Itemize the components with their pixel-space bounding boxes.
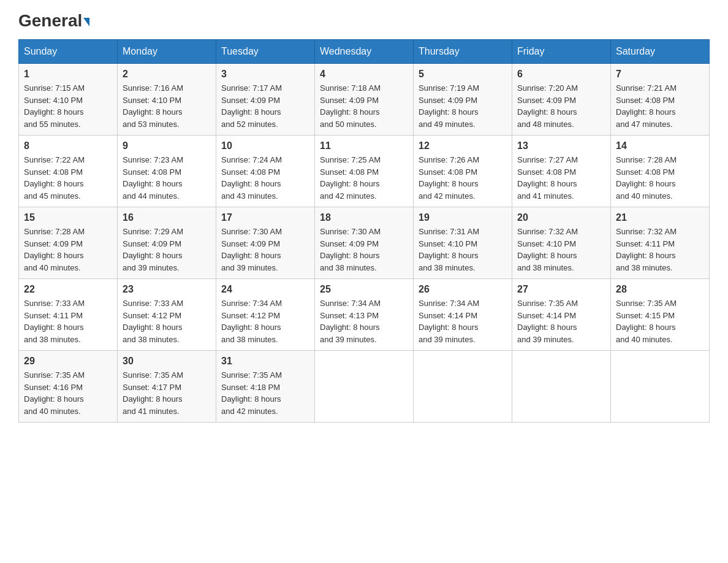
calendar-cell: 3 Sunrise: 7:17 AMSunset: 4:09 PMDayligh… <box>216 64 315 136</box>
header-wednesday: Wednesday <box>315 40 414 64</box>
calendar-cell: 23 Sunrise: 7:33 AMSunset: 4:12 PMDaylig… <box>118 279 216 351</box>
day-number: 21 <box>616 212 704 223</box>
calendar-cell: 9 Sunrise: 7:23 AMSunset: 4:08 PMDayligh… <box>118 136 216 207</box>
day-info: Sunrise: 7:24 AMSunset: 4:08 PMDaylight:… <box>221 155 282 201</box>
calendar-week-1: 1 Sunrise: 7:15 AMSunset: 4:10 PMDayligh… <box>19 64 710 136</box>
day-number: 22 <box>24 284 112 295</box>
calendar-cell: 16 Sunrise: 7:29 AMSunset: 4:09 PMDaylig… <box>118 207 216 279</box>
day-number: 14 <box>616 140 704 151</box>
calendar-cell: 18 Sunrise: 7:30 AMSunset: 4:09 PMDaylig… <box>315 207 414 279</box>
day-info: Sunrise: 7:34 AMSunset: 4:14 PMDaylight:… <box>419 299 479 344</box>
day-number: 15 <box>24 212 112 223</box>
day-info: Sunrise: 7:18 AMSunset: 4:09 PMDaylight:… <box>320 83 381 129</box>
day-info: Sunrise: 7:26 AMSunset: 4:08 PMDaylight:… <box>419 155 479 201</box>
calendar-week-2: 8 Sunrise: 7:22 AMSunset: 4:08 PMDayligh… <box>19 136 710 207</box>
day-number: 29 <box>24 356 112 367</box>
day-info: Sunrise: 7:20 AMSunset: 4:09 PMDaylight:… <box>517 83 578 129</box>
header-saturday: Saturday <box>611 40 710 64</box>
day-number: 16 <box>123 212 211 223</box>
day-info: Sunrise: 7:17 AMSunset: 4:09 PMDaylight:… <box>221 83 282 129</box>
day-info: Sunrise: 7:31 AMSunset: 4:10 PMDaylight:… <box>419 227 479 272</box>
calendar-cell: 6 Sunrise: 7:20 AMSunset: 4:09 PMDayligh… <box>512 64 611 136</box>
day-info: Sunrise: 7:23 AMSunset: 4:08 PMDaylight:… <box>123 155 183 201</box>
day-info: Sunrise: 7:35 AMSunset: 4:14 PMDaylight:… <box>517 299 578 344</box>
day-info: Sunrise: 7:28 AMSunset: 4:09 PMDaylight:… <box>24 227 85 272</box>
day-number: 24 <box>221 284 309 295</box>
calendar-cell: 20 Sunrise: 7:32 AMSunset: 4:10 PMDaylig… <box>512 207 611 279</box>
calendar-cell: 4 Sunrise: 7:18 AMSunset: 4:09 PMDayligh… <box>315 64 414 136</box>
calendar-cell: 11 Sunrise: 7:25 AMSunset: 4:08 PMDaylig… <box>315 136 414 207</box>
day-number: 9 <box>123 140 211 151</box>
day-number: 18 <box>320 212 408 223</box>
day-info: Sunrise: 7:25 AMSunset: 4:08 PMDaylight:… <box>320 155 381 201</box>
day-number: 31 <box>221 356 309 367</box>
day-info: Sunrise: 7:30 AMSunset: 4:09 PMDaylight:… <box>320 227 381 272</box>
day-info: Sunrise: 7:27 AMSunset: 4:08 PMDaylight:… <box>517 155 578 201</box>
day-number: 19 <box>419 212 507 223</box>
header-monday: Monday <box>118 40 216 64</box>
header-friday: Friday <box>512 40 611 64</box>
calendar-cell: 13 Sunrise: 7:27 AMSunset: 4:08 PMDaylig… <box>512 136 611 207</box>
calendar-cell: 5 Sunrise: 7:19 AMSunset: 4:09 PMDayligh… <box>414 64 512 136</box>
day-info: Sunrise: 7:35 AMSunset: 4:18 PMDaylight:… <box>221 370 282 416</box>
day-info: Sunrise: 7:21 AMSunset: 4:08 PMDaylight:… <box>616 83 677 129</box>
logo-general: General <box>18 12 89 29</box>
day-info: Sunrise: 7:35 AMSunset: 4:16 PMDaylight:… <box>24 370 85 416</box>
day-number: 26 <box>419 284 507 295</box>
day-info: Sunrise: 7:19 AMSunset: 4:09 PMDaylight:… <box>419 83 479 129</box>
day-info: Sunrise: 7:15 AMSunset: 4:10 PMDaylight:… <box>24 83 85 129</box>
day-number: 12 <box>419 140 507 151</box>
day-info: Sunrise: 7:35 AMSunset: 4:15 PMDaylight:… <box>616 299 677 344</box>
calendar-cell: 2 Sunrise: 7:16 AMSunset: 4:10 PMDayligh… <box>118 64 216 136</box>
calendar-cell: 30 Sunrise: 7:35 AMSunset: 4:17 PMDaylig… <box>118 351 216 423</box>
day-number: 4 <box>320 69 408 80</box>
calendar-cell: 31 Sunrise: 7:35 AMSunset: 4:18 PMDaylig… <box>216 351 315 423</box>
calendar-cell: 22 Sunrise: 7:33 AMSunset: 4:11 PMDaylig… <box>19 279 118 351</box>
day-info: Sunrise: 7:28 AMSunset: 4:08 PMDaylight:… <box>616 155 677 201</box>
day-info: Sunrise: 7:22 AMSunset: 4:08 PMDaylight:… <box>24 155 85 201</box>
calendar-week-5: 29 Sunrise: 7:35 AMSunset: 4:16 PMDaylig… <box>19 351 710 423</box>
day-number: 5 <box>419 69 507 80</box>
calendar-cell: 12 Sunrise: 7:26 AMSunset: 4:08 PMDaylig… <box>414 136 512 207</box>
day-info: Sunrise: 7:16 AMSunset: 4:10 PMDaylight:… <box>123 83 183 129</box>
calendar-cell: 28 Sunrise: 7:35 AMSunset: 4:15 PMDaylig… <box>611 279 710 351</box>
calendar-cell <box>512 351 611 423</box>
day-number: 1 <box>24 69 112 80</box>
calendar-cell: 17 Sunrise: 7:30 AMSunset: 4:09 PMDaylig… <box>216 207 315 279</box>
day-number: 17 <box>221 212 309 223</box>
calendar-cell: 1 Sunrise: 7:15 AMSunset: 4:10 PMDayligh… <box>19 64 118 136</box>
logo: General <box>18 12 89 27</box>
calendar-cell: 8 Sunrise: 7:22 AMSunset: 4:08 PMDayligh… <box>19 136 118 207</box>
calendar-cell: 21 Sunrise: 7:32 AMSunset: 4:11 PMDaylig… <box>611 207 710 279</box>
day-number: 2 <box>123 69 211 80</box>
calendar-cell: 19 Sunrise: 7:31 AMSunset: 4:10 PMDaylig… <box>414 207 512 279</box>
page-header: General <box>18 12 710 27</box>
calendar-cell <box>611 351 710 423</box>
day-number: 27 <box>517 284 605 295</box>
calendar-cell <box>414 351 512 423</box>
calendar-cell: 14 Sunrise: 7:28 AMSunset: 4:08 PMDaylig… <box>611 136 710 207</box>
day-number: 28 <box>616 284 704 295</box>
calendar-cell: 7 Sunrise: 7:21 AMSunset: 4:08 PMDayligh… <box>611 64 710 136</box>
header-tuesday: Tuesday <box>216 40 315 64</box>
day-number: 13 <box>517 140 605 151</box>
calendar-table: SundayMondayTuesdayWednesdayThursdayFrid… <box>18 39 710 423</box>
day-info: Sunrise: 7:33 AMSunset: 4:11 PMDaylight:… <box>24 299 85 344</box>
calendar-cell <box>315 351 414 423</box>
day-number: 8 <box>24 140 112 151</box>
day-number: 20 <box>517 212 605 223</box>
calendar-week-4: 22 Sunrise: 7:33 AMSunset: 4:11 PMDaylig… <box>19 279 710 351</box>
day-number: 7 <box>616 69 704 80</box>
day-info: Sunrise: 7:29 AMSunset: 4:09 PMDaylight:… <box>123 227 183 272</box>
calendar-cell: 27 Sunrise: 7:35 AMSunset: 4:14 PMDaylig… <box>512 279 611 351</box>
calendar-cell: 29 Sunrise: 7:35 AMSunset: 4:16 PMDaylig… <box>19 351 118 423</box>
day-info: Sunrise: 7:32 AMSunset: 4:11 PMDaylight:… <box>616 227 677 272</box>
day-info: Sunrise: 7:35 AMSunset: 4:17 PMDaylight:… <box>123 370 183 416</box>
day-info: Sunrise: 7:30 AMSunset: 4:09 PMDaylight:… <box>221 227 282 272</box>
day-number: 11 <box>320 140 408 151</box>
calendar-header-row: SundayMondayTuesdayWednesdayThursdayFrid… <box>19 40 710 64</box>
day-info: Sunrise: 7:34 AMSunset: 4:13 PMDaylight:… <box>320 299 381 344</box>
day-number: 10 <box>221 140 309 151</box>
calendar-cell: 26 Sunrise: 7:34 AMSunset: 4:14 PMDaylig… <box>414 279 512 351</box>
day-number: 6 <box>517 69 605 80</box>
